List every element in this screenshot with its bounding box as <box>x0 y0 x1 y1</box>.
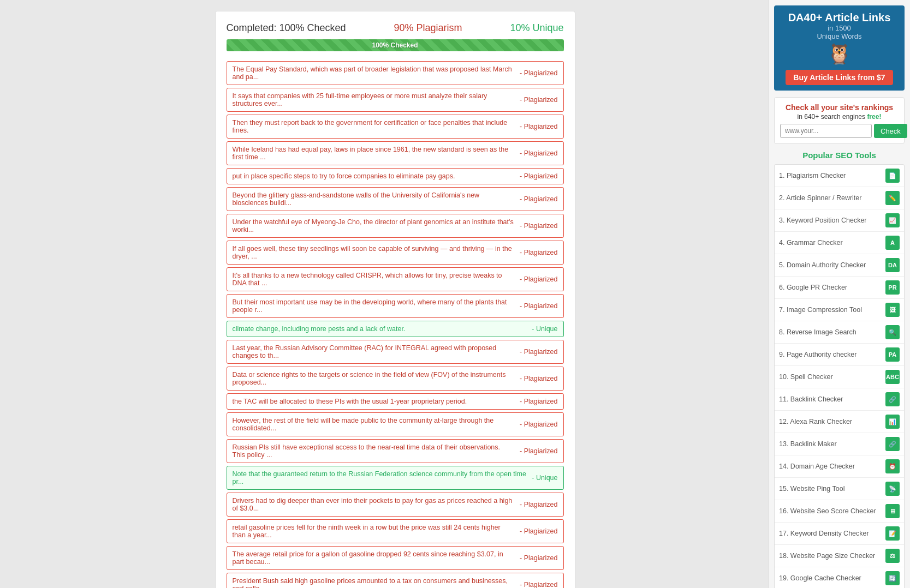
result-text: Under the watchful eye of Myeong-Je Cho,… <box>233 218 515 233</box>
result-text: But their most important use may be in t… <box>233 298 515 314</box>
result-badge: - Plagiarized <box>520 302 557 310</box>
result-row: President Bush said high gasoline prices… <box>227 573 564 588</box>
status-unique: 10% Unique <box>510 22 563 34</box>
result-text: climate change, including more pests and… <box>233 325 527 333</box>
result-text: put in place specific steps to try to fo… <box>233 172 515 180</box>
ad-owl-icon: 🦉 <box>827 43 852 65</box>
rank-checker-box: Check all your site's rankings in 640+ s… <box>774 97 905 144</box>
tool-icon: 📄 <box>885 169 900 183</box>
tool-list-item[interactable]: 9. Page Authority checker PA <box>775 344 904 366</box>
result-badge: - Plagiarized <box>520 275 557 283</box>
result-badge: - Plagiarized <box>520 375 557 382</box>
tool-list-item[interactable]: 5. Domain Authority Checker DA <box>775 254 904 277</box>
tool-name: 10. Spell Checker <box>779 373 885 381</box>
tool-list-item[interactable]: 12. Alexa Rank Checker 📊 <box>775 411 904 433</box>
tool-list-item[interactable]: 3. Keyword Position Checker 📈 <box>775 209 904 232</box>
tool-name: 6. Google PR Checker <box>779 284 885 291</box>
result-badge: - Plagiarized <box>520 195 557 203</box>
tool-icon: PA <box>885 347 900 362</box>
tool-list-item[interactable]: 14. Domain Age Checker ⏰ <box>775 455 904 478</box>
rank-checker-input[interactable] <box>780 124 872 138</box>
result-row: While Iceland has had equal pay, laws in… <box>227 141 564 165</box>
rank-checker-title: Check all your site's rankings <box>780 103 899 112</box>
progress-bar: 100% Checked <box>227 39 564 51</box>
result-badge: - Plagiarized <box>520 123 557 130</box>
result-badge: - Plagiarized <box>520 249 557 256</box>
result-text: Drivers had to dig deeper than ever into… <box>233 497 515 512</box>
result-badge: - Plagiarized <box>520 554 557 562</box>
result-row: Russian PIs still have exceptional acces… <box>227 439 564 463</box>
ad-cta-button[interactable]: Buy Article Links from $7 <box>786 70 893 85</box>
rank-check-button[interactable]: Check <box>874 124 907 138</box>
ad-subtitle: in 1500 Unique Words <box>780 24 899 40</box>
popular-tools-title: Popular SEO Tools <box>774 151 905 160</box>
tool-list-item[interactable]: 19. Google Cache Checker 🔄 <box>775 567 904 588</box>
tool-list-item[interactable]: 13. Backlink Maker 🔗 <box>775 433 904 455</box>
result-row: Note that the guaranteed return to the R… <box>227 466 564 490</box>
result-text: the TAC will be allocated to these PIs w… <box>233 398 515 405</box>
result-text: However, the rest of the field will be m… <box>233 417 515 432</box>
status-plagiarism: 90% Plagiarism <box>394 22 462 34</box>
tool-name: 17. Keyword Density Checker <box>779 530 885 537</box>
tool-list-item[interactable]: 17. Keyword Density Checker 📝 <box>775 523 904 545</box>
tool-list-item[interactable]: 1. Plagiarism Checker 📄 <box>775 165 904 187</box>
tool-name: 3. Keyword Position Checker <box>779 217 885 224</box>
tool-icon: ⚖ <box>885 549 900 563</box>
status-completed: Completed: 100% Checked <box>227 22 346 34</box>
tool-name: 4. Grammar Checker <box>779 239 885 247</box>
result-row: put in place specific steps to try to fo… <box>227 168 564 184</box>
tool-icon: DA <box>885 258 900 272</box>
result-badge: - Plagiarized <box>520 222 557 230</box>
tool-name: 14. Domain Age Checker <box>779 463 885 470</box>
tool-list-item[interactable]: 2. Article Spinner / Rewriter ✏️ <box>775 187 904 209</box>
ad-title: DA40+ Article Links <box>780 11 899 24</box>
tool-list-item[interactable]: 15. Website Ping Tool 📡 <box>775 478 904 500</box>
result-row: Last year, the Russian Advisory Committe… <box>227 340 564 364</box>
result-text: Last year, the Russian Advisory Committe… <box>233 344 515 359</box>
tool-list-item[interactable]: 6. Google PR Checker PR <box>775 277 904 299</box>
tool-list-item[interactable]: 10. Spell Checker ABC <box>775 366 904 388</box>
result-row: But their most important use may be in t… <box>227 294 564 318</box>
result-row: However, the rest of the field will be m… <box>227 412 564 436</box>
result-row: Under the watchful eye of Myeong-Je Cho,… <box>227 214 564 238</box>
result-text: Note that the guaranteed return to the R… <box>233 470 527 485</box>
result-text: Then they must report back to the govern… <box>233 119 515 134</box>
tool-icon: 📊 <box>885 415 900 429</box>
ad-banner[interactable]: DA40+ Article Links in 1500 Unique Words… <box>774 5 905 91</box>
tool-name: 12. Alexa Rank Checker <box>779 418 885 425</box>
result-row: It says that companies with 25 full-time… <box>227 88 564 112</box>
tool-list-item[interactable]: 8. Reverse Image Search 🔍 <box>775 321 904 344</box>
result-badge: - Plagiarized <box>520 69 557 77</box>
tool-name: 11. Backlink Checker <box>779 395 885 403</box>
tool-list-item[interactable]: 4. Grammar Checker A <box>775 232 904 254</box>
result-badge: - Plagiarized <box>520 149 557 157</box>
tool-name: 18. Website Page Size Checker <box>779 552 885 560</box>
tool-icon: 🔄 <box>885 571 900 585</box>
tool-list-item[interactable]: 18. Website Page Size Checker ⚖ <box>775 545 904 567</box>
main-area: Completed: 100% Checked 90% Plagiarism 1… <box>0 0 768 588</box>
result-badge: - Plagiarized <box>520 348 557 356</box>
tool-list-item[interactable]: 16. Website Seo Score Checker ⊞ <box>775 500 904 523</box>
tool-name: 5. Domain Authority Checker <box>779 261 885 269</box>
tool-list-item[interactable]: 7. Image Compression Tool 🖼 <box>775 299 904 321</box>
tool-name: 7. Image Compression Tool <box>779 306 885 314</box>
tool-icon: ⏰ <box>885 459 900 473</box>
results-list: The Equal Pay Standard, which was part o… <box>227 61 564 588</box>
result-text: The Equal Pay Standard, which was part o… <box>233 65 515 81</box>
content-box: Completed: 100% Checked 90% Plagiarism 1… <box>215 11 575 588</box>
tool-name: 13. Backlink Maker <box>779 440 885 448</box>
status-bar: Completed: 100% Checked 90% Plagiarism 1… <box>227 22 564 34</box>
tool-icon: A <box>885 236 900 250</box>
result-row: The average retail price for a gallon of… <box>227 546 564 570</box>
result-badge: - Unique <box>532 325 557 333</box>
result-badge: - Plagiarized <box>520 96 557 104</box>
tool-icon: 🖼 <box>885 303 900 317</box>
tool-name: 19. Google Cache Checker <box>779 574 885 582</box>
tool-list-item[interactable]: 11. Backlink Checker 🔗 <box>775 388 904 411</box>
tool-icon: 📝 <box>885 526 900 541</box>
result-row: Beyond the glittery glass-and-sandstone … <box>227 187 564 211</box>
rank-input-row: Check <box>780 124 899 138</box>
right-sidebar: DA40+ Article Links in 1500 Unique Words… <box>768 0 910 588</box>
result-row: Then they must report back to the govern… <box>227 115 564 139</box>
result-text: It's all thanks to a new technology call… <box>233 272 515 287</box>
